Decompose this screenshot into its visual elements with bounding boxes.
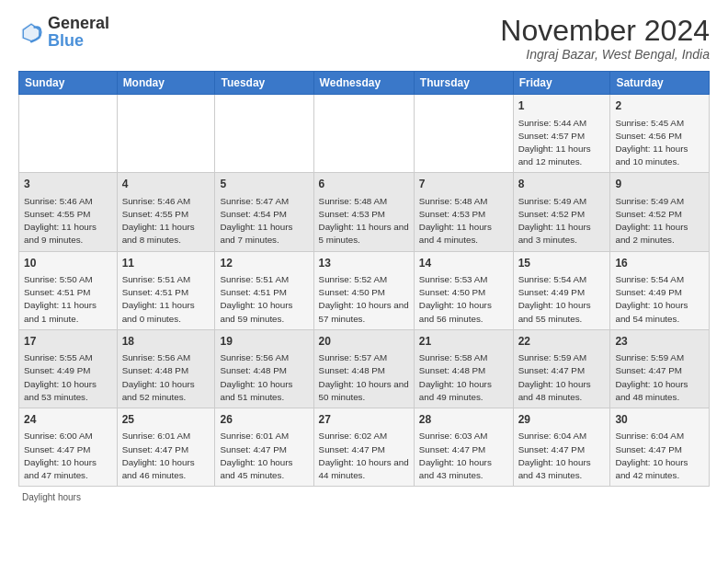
logo-area: General Blue: [18, 15, 109, 50]
calendar-header: SundayMondayTuesdayWednesdayThursdayFrid…: [19, 72, 710, 95]
calendar-day-cell: 11Sunrise: 5:51 AM Sunset: 4:51 PM Dayli…: [117, 251, 215, 329]
day-number: 9: [615, 177, 704, 192]
day-info: Sunrise: 5:49 AM Sunset: 4:52 PM Dayligh…: [518, 195, 606, 247]
calendar-day-cell: 20Sunrise: 5:57 AM Sunset: 4:48 PM Dayli…: [313, 329, 414, 408]
day-info: Sunrise: 6:04 AM Sunset: 4:47 PM Dayligh…: [615, 430, 704, 482]
day-number: 8: [518, 177, 606, 192]
calendar-day-cell: 22Sunrise: 5:59 AM Sunset: 4:47 PM Dayli…: [513, 329, 610, 408]
calendar-day-cell: 3Sunrise: 5:46 AM Sunset: 4:55 PM Daylig…: [19, 173, 118, 251]
day-info: Sunrise: 5:58 AM Sunset: 4:48 PM Dayligh…: [419, 351, 508, 404]
calendar-day-cell: 21Sunrise: 5:58 AM Sunset: 4:48 PM Dayli…: [414, 329, 513, 408]
day-info: Sunrise: 5:56 AM Sunset: 4:48 PM Dayligh…: [122, 351, 210, 404]
day-info: Sunrise: 6:04 AM Sunset: 4:47 PM Dayligh…: [518, 430, 606, 482]
daylight-note: Daylight hours: [22, 492, 81, 502]
weekday-header-wednesday: Wednesday: [313, 72, 414, 95]
calendar-day-cell: 8Sunrise: 5:49 AM Sunset: 4:52 PM Daylig…: [513, 173, 610, 251]
day-number: 26: [220, 412, 308, 428]
day-number: 22: [518, 334, 606, 350]
day-info: Sunrise: 5:47 AM Sunset: 4:54 PM Dayligh…: [220, 195, 308, 247]
calendar-day-cell: [117, 95, 215, 173]
day-info: Sunrise: 5:57 AM Sunset: 4:48 PM Dayligh…: [319, 351, 409, 404]
day-number: 23: [615, 334, 704, 350]
calendar-day-cell: 30Sunrise: 6:04 AM Sunset: 4:47 PM Dayli…: [610, 408, 710, 487]
weekday-header-sunday: Sunday: [19, 72, 118, 95]
calendar-day-cell: [215, 95, 313, 173]
day-number: 25: [122, 412, 210, 428]
day-info: Sunrise: 6:01 AM Sunset: 4:47 PM Dayligh…: [122, 430, 210, 482]
day-number: 24: [24, 412, 112, 428]
calendar-day-cell: 19Sunrise: 5:56 AM Sunset: 4:48 PM Dayli…: [215, 329, 313, 408]
day-info: Sunrise: 6:02 AM Sunset: 4:47 PM Dayligh…: [319, 430, 409, 482]
day-number: 18: [122, 334, 210, 350]
day-info: Sunrise: 5:51 AM Sunset: 4:51 PM Dayligh…: [122, 273, 210, 326]
day-info: Sunrise: 6:03 AM Sunset: 4:47 PM Dayligh…: [419, 430, 508, 482]
calendar-day-cell: 7Sunrise: 5:48 AM Sunset: 4:53 PM Daylig…: [414, 173, 513, 251]
day-number: 4: [122, 177, 210, 192]
day-number: 3: [24, 177, 112, 192]
calendar-day-cell: 13Sunrise: 5:52 AM Sunset: 4:50 PM Dayli…: [313, 251, 414, 329]
calendar-day-cell: 10Sunrise: 5:50 AM Sunset: 4:51 PM Dayli…: [19, 251, 118, 329]
calendar-day-cell: 29Sunrise: 6:04 AM Sunset: 4:47 PM Dayli…: [513, 408, 610, 487]
calendar-day-cell: 17Sunrise: 5:55 AM Sunset: 4:49 PM Dayli…: [19, 329, 118, 408]
calendar-day-cell: 9Sunrise: 5:49 AM Sunset: 4:52 PM Daylig…: [610, 173, 710, 251]
day-number: 20: [319, 334, 409, 350]
day-info: Sunrise: 5:54 AM Sunset: 4:49 PM Dayligh…: [518, 273, 606, 326]
calendar-day-cell: 4Sunrise: 5:46 AM Sunset: 4:55 PM Daylig…: [117, 173, 215, 251]
day-number: 29: [518, 412, 606, 428]
day-number: 19: [220, 334, 308, 350]
page-container: General Blue November 2024 Ingraj Bazar,…: [0, 0, 728, 513]
day-info: Sunrise: 5:59 AM Sunset: 4:47 PM Dayligh…: [615, 351, 704, 404]
calendar-day-cell: 15Sunrise: 5:54 AM Sunset: 4:49 PM Dayli…: [513, 251, 610, 329]
day-number: 17: [24, 334, 112, 350]
day-info: Sunrise: 5:56 AM Sunset: 4:48 PM Dayligh…: [220, 351, 308, 404]
day-info: Sunrise: 5:48 AM Sunset: 4:53 PM Dayligh…: [319, 195, 409, 247]
day-info: Sunrise: 5:49 AM Sunset: 4:52 PM Dayligh…: [615, 195, 704, 247]
day-number: 7: [419, 177, 508, 192]
calendar-week-row: 10Sunrise: 5:50 AM Sunset: 4:51 PM Dayli…: [19, 251, 710, 329]
calendar-day-cell: [313, 95, 414, 173]
calendar-body: 1Sunrise: 5:44 AM Sunset: 4:57 PM Daylig…: [19, 95, 710, 487]
weekday-header-tuesday: Tuesday: [215, 72, 313, 95]
calendar-week-row: 17Sunrise: 5:55 AM Sunset: 4:49 PM Dayli…: [19, 329, 710, 408]
calendar-day-cell: 2Sunrise: 5:45 AM Sunset: 4:56 PM Daylig…: [610, 95, 710, 173]
day-number: 11: [122, 256, 210, 271]
day-info: Sunrise: 5:48 AM Sunset: 4:53 PM Dayligh…: [419, 195, 508, 247]
calendar-week-row: 1Sunrise: 5:44 AM Sunset: 4:57 PM Daylig…: [19, 95, 710, 173]
logo-text: General Blue: [48, 15, 109, 50]
day-info: Sunrise: 5:51 AM Sunset: 4:51 PM Dayligh…: [220, 273, 308, 326]
day-number: 12: [220, 256, 308, 271]
weekday-header-friday: Friday: [513, 72, 610, 95]
day-info: Sunrise: 5:46 AM Sunset: 4:55 PM Dayligh…: [24, 195, 112, 247]
day-info: Sunrise: 6:00 AM Sunset: 4:47 PM Dayligh…: [24, 430, 112, 482]
logo-general: General: [48, 14, 109, 32]
day-number: 6: [319, 177, 409, 192]
location-subtitle: Ingraj Bazar, West Bengal, India: [500, 47, 710, 62]
day-number: 13: [319, 256, 409, 271]
weekday-header-saturday: Saturday: [610, 72, 710, 95]
day-info: Sunrise: 6:01 AM Sunset: 4:47 PM Dayligh…: [220, 430, 308, 482]
title-area: November 2024 Ingraj Bazar, West Bengal,…: [500, 15, 710, 62]
calendar-day-cell: 23Sunrise: 5:59 AM Sunset: 4:47 PM Dayli…: [610, 329, 710, 408]
day-info: Sunrise: 5:46 AM Sunset: 4:55 PM Dayligh…: [122, 195, 210, 247]
day-info: Sunrise: 5:44 AM Sunset: 4:57 PM Dayligh…: [518, 117, 606, 169]
day-number: 1: [518, 98, 606, 114]
calendar-day-cell: 25Sunrise: 6:01 AM Sunset: 4:47 PM Dayli…: [117, 408, 215, 487]
day-info: Sunrise: 5:50 AM Sunset: 4:51 PM Dayligh…: [24, 273, 112, 326]
calendar-day-cell: 28Sunrise: 6:03 AM Sunset: 4:47 PM Dayli…: [414, 408, 513, 487]
day-number: 16: [615, 256, 704, 271]
day-number: 14: [419, 256, 508, 271]
calendar-day-cell: [414, 95, 513, 173]
day-info: Sunrise: 5:54 AM Sunset: 4:49 PM Dayligh…: [615, 273, 704, 326]
logo-blue: Blue: [48, 31, 84, 50]
day-number: 2: [615, 98, 704, 114]
weekday-header-monday: Monday: [117, 72, 215, 95]
calendar-day-cell: 5Sunrise: 5:47 AM Sunset: 4:54 PM Daylig…: [215, 173, 313, 251]
day-info: Sunrise: 5:52 AM Sunset: 4:50 PM Dayligh…: [319, 273, 409, 326]
day-number: 30: [615, 412, 704, 428]
day-number: 27: [319, 412, 409, 428]
calendar-day-cell: 14Sunrise: 5:53 AM Sunset: 4:50 PM Dayli…: [414, 251, 513, 329]
weekday-header-row: SundayMondayTuesdayWednesdayThursdayFrid…: [19, 72, 710, 95]
month-title: November 2024: [500, 15, 710, 47]
calendar-table: SundayMondayTuesdayWednesdayThursdayFrid…: [18, 71, 710, 487]
day-number: 15: [518, 256, 606, 271]
